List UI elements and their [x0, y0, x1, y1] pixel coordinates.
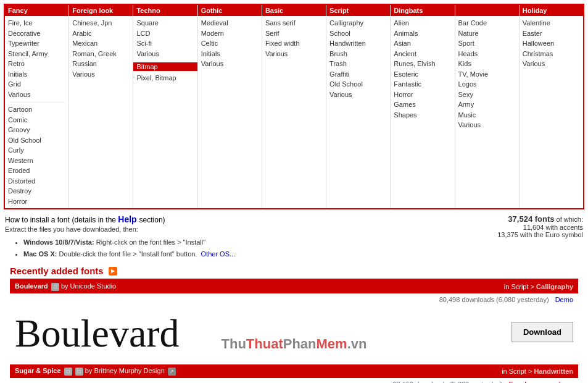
nav-link-esoteric[interactable]: Esoteric	[394, 69, 451, 80]
recently-title: Recently added fonts	[10, 266, 104, 276]
nav-link-decorative[interactable]: Decorative	[8, 28, 65, 39]
nav-link-stencil[interactable]: Stencil, Army	[8, 49, 65, 59]
nav-col-foreign: Foreign look Chinese, Jpn Arabic Mexican…	[69, 5, 133, 208]
nav-link-groovy[interactable]: Groovy	[8, 125, 65, 135]
nav-header-gothic[interactable]: Gothic	[198, 5, 262, 16]
nav-link-logos[interactable]: Logos	[458, 79, 516, 90]
nav-link-alien[interactable]: Alien	[394, 18, 451, 28]
nav-link-pixel[interactable]: Pixel, Bitmap	[136, 73, 194, 83]
nav-link-valentine[interactable]: Valentine	[523, 18, 580, 28]
nav-link-sport[interactable]: Sport	[458, 38, 516, 49]
install-step-mac: Mac OS X: Double-click the font file > "…	[23, 248, 485, 260]
font-icon-sugar-1: □	[64, 368, 72, 376]
nav-link-mexican[interactable]: Mexican	[72, 38, 130, 49]
nav-link-calligraphy[interactable]: Calligraphy	[329, 18, 387, 28]
nav-link-square[interactable]: Square	[136, 18, 194, 28]
nav-link-old-school[interactable]: Old School	[329, 79, 387, 90]
nav-link-asian[interactable]: Asian	[394, 38, 451, 49]
nav-link-various-holiday[interactable]: Various	[523, 59, 580, 69]
nav-link-various-techno[interactable]: Various	[136, 49, 194, 59]
nav-link-animals[interactable]: Animals	[394, 28, 451, 39]
nav-link-typewriter[interactable]: Typewriter	[8, 38, 65, 49]
nav-link-curly[interactable]: Curly	[8, 145, 65, 156]
nav-link-various-fancy[interactable]: Various	[8, 90, 65, 100]
nav-link-games[interactable]: Games	[394, 99, 451, 110]
nav-link-easter[interactable]: Easter	[523, 28, 580, 39]
nav-link-various-foreign[interactable]: Various	[72, 69, 130, 80]
nav-link-grid[interactable]: Grid	[8, 79, 65, 90]
nav-link-barcode[interactable]: Bar Code	[458, 18, 516, 28]
nav-link-retro[interactable]: Retro	[8, 59, 65, 69]
nav-link-destroy[interactable]: Destroy	[8, 186, 65, 196]
font-link-boulevard[interactable]: Boulevard	[15, 282, 48, 290]
nav-header-foreign[interactable]: Foreign look	[69, 5, 133, 16]
nav-link-comic[interactable]: Comic	[8, 115, 65, 125]
nav-link-arabic[interactable]: Arabic	[72, 28, 130, 39]
nav-link-army[interactable]: Army	[458, 99, 516, 110]
stats-euro: 13,375 with the Euro symbol	[497, 231, 583, 238]
nav-header-techno[interactable]: Techno	[133, 5, 197, 16]
nav-subheader-bitmap[interactable]: Bitmap	[133, 62, 197, 71]
other-os-link[interactable]: Other OS...	[201, 250, 236, 258]
nav-link-horror[interactable]: Horror	[8, 196, 65, 207]
nav-link-fixed-width[interactable]: Fixed width	[265, 38, 323, 49]
nav-link-heads[interactable]: Heads	[458, 49, 516, 59]
nav-header-dingbats[interactable]: Dingbats	[391, 5, 454, 16]
nav-link-eroded[interactable]: Eroded	[8, 166, 65, 176]
nav-link-initials-gothic[interactable]: Initials	[201, 49, 259, 59]
nav-link-various-gothic[interactable]: Various	[201, 59, 259, 69]
nav-link-kids[interactable]: Kids	[458, 59, 516, 69]
nav-link-handwritten[interactable]: Handwritten	[329, 38, 387, 49]
nav-link-school[interactable]: School	[329, 28, 387, 39]
nav-link-oldschool[interactable]: Old School	[8, 135, 65, 146]
font-cat-link-boulevard[interactable]: Calligraphy	[536, 283, 573, 290]
nav-link-modern[interactable]: Modern	[201, 28, 259, 39]
nav-link-shapes[interactable]: Shapes	[394, 110, 451, 120]
font-link-sugar[interactable]: Sugar & Spice	[15, 367, 61, 374]
nav-link-fantastic[interactable]: Fantastic	[394, 79, 451, 90]
nav-link-sexy[interactable]: Sexy	[458, 90, 516, 100]
nav-link-music[interactable]: Music	[458, 110, 516, 120]
nav-link-chinese[interactable]: Chinese, Jpn	[72, 18, 130, 28]
install-left: How to install a font (details in the He…	[5, 214, 485, 259]
download-btn-boulevard[interactable]: Download	[511, 322, 573, 342]
nav-link-christmas[interactable]: Christmas	[523, 49, 580, 59]
nav-link-various-basic[interactable]: Various	[265, 49, 323, 59]
nav-link-lcd[interactable]: LCD	[136, 28, 194, 39]
nav-link-trash[interactable]: Trash	[329, 59, 387, 69]
nav-link-runes-elvish[interactable]: Runes, Elvish	[394, 59, 451, 69]
nav-header-script[interactable]: Script	[326, 5, 390, 16]
nav-link-celtic[interactable]: Celtic	[201, 38, 259, 49]
nav-links-bitmap: Pixel, Bitmap	[133, 71, 197, 85]
demo-link-boulevard[interactable]: Demo	[555, 296, 573, 303]
nav-link-sans-serif[interactable]: Sans serif	[265, 18, 323, 28]
nav-link-tv-movie[interactable]: TV, Movie	[458, 69, 516, 80]
nav-header-fancy[interactable]: Fancy	[5, 5, 68, 16]
nav-link-halloween[interactable]: Halloween	[523, 38, 580, 49]
nav-link-medieval[interactable]: Medieval	[201, 18, 259, 28]
nav-link-brush[interactable]: Brush	[329, 49, 387, 59]
nav-link-russian[interactable]: Russian	[72, 59, 130, 69]
nav-link-various-ding[interactable]: Various	[458, 120, 516, 130]
font-preview-boulevard: Boulevard	[15, 311, 180, 356]
font-icon-sugar-3: ↗	[168, 368, 176, 376]
nav-link-scifi[interactable]: Sci-fi	[136, 38, 194, 49]
nav-link-initials[interactable]: Initials	[8, 69, 65, 80]
nav-link-ancient[interactable]: Ancient	[394, 49, 451, 59]
install-sub: Extract the files you have downloaded, t…	[5, 225, 485, 233]
nav-link-roman[interactable]: Roman, Greek	[72, 49, 130, 59]
nav-link-nature[interactable]: Nature	[458, 28, 516, 39]
nav-link-distorted[interactable]: Distorted	[8, 176, 65, 187]
nav-link-fire-ice[interactable]: Fire, Ice	[8, 18, 65, 28]
nav-link-various-script[interactable]: Various	[329, 90, 387, 100]
nav-link-horror-ding[interactable]: Horror	[394, 90, 451, 100]
nav-link-cartoon[interactable]: Cartoon	[8, 104, 65, 115]
nav-link-graffiti[interactable]: Graffiti	[329, 69, 387, 80]
nav-header-basic[interactable]: Basic	[262, 5, 326, 16]
font-cat-link-sugar[interactable]: Handwritten	[534, 368, 573, 375]
install-help-link[interactable]: Help	[118, 214, 136, 224]
nav-link-serif[interactable]: Serif	[265, 28, 323, 39]
nav-header-holiday[interactable]: Holiday	[520, 5, 583, 16]
rss-icon[interactable]: ▶	[109, 267, 117, 276]
nav-link-western[interactable]: Western	[8, 156, 65, 166]
